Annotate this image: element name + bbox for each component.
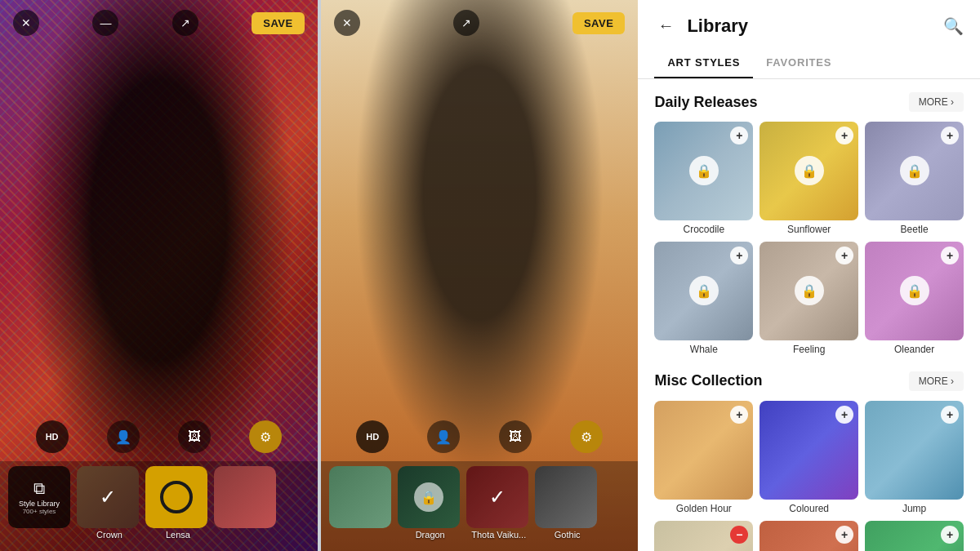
lock-icon: 🔒 bbox=[795, 276, 824, 305]
coloured-label: Coloured bbox=[760, 503, 858, 514]
left-close-button[interactable]: ✕ bbox=[13, 10, 39, 36]
right-person-button[interactable]: 👤 bbox=[427, 420, 460, 453]
jump-label: Jump bbox=[865, 503, 964, 514]
left-photo-button[interactable]: 🖼 bbox=[178, 420, 211, 453]
left-top-bar: ✕ — ↗ SAVE bbox=[0, 0, 318, 46]
sunflower-plus-button[interactable]: + bbox=[835, 127, 853, 144]
daily-releases-grid: 🔒 + Crocodile 🔒 + Sunflower bbox=[654, 122, 964, 355]
lock-icon: 🔒 bbox=[900, 156, 929, 185]
list-item[interactable]: − Broadway bbox=[654, 521, 753, 551]
list-item[interactable]: + Green Story bbox=[865, 521, 964, 551]
right-top-bar: ✕ ↗ SAVE bbox=[321, 0, 639, 46]
beetle-plus-button[interactable]: + bbox=[941, 127, 959, 144]
right-share-button[interactable]: ↗ bbox=[453, 10, 479, 36]
lock-icon: 🔒 bbox=[900, 276, 929, 305]
sparks-plus-button[interactable]: + bbox=[835, 526, 853, 544]
list-item[interactable]: 🔒 + Feeling bbox=[760, 242, 858, 355]
left-phone-panel: ✕ — ↗ SAVE HD 👤 🖼 ⚙ ⧉ Style Library 700+… bbox=[0, 0, 318, 551]
style-library-item[interactable]: ⧉ Style Library 700+ styles bbox=[8, 466, 74, 540]
gothic-label: Gothic bbox=[535, 530, 600, 540]
feeling-plus-button[interactable]: + bbox=[835, 247, 853, 264]
a-style-item[interactable] bbox=[329, 466, 394, 540]
coloured-plus-button[interactable]: + bbox=[835, 406, 853, 424]
crocodile-label: Crocodile bbox=[654, 224, 753, 235]
back-button[interactable]: ← bbox=[654, 13, 677, 38]
left-person-button[interactable]: 👤 bbox=[107, 420, 140, 453]
list-item[interactable]: 🔒 + Sunflower bbox=[760, 122, 858, 235]
dragon-style-item[interactable]: 🔒 Dragon bbox=[398, 466, 463, 540]
left-control-row: HD 👤 🖼 ⚙ bbox=[0, 412, 318, 461]
beetle-label: Beetle bbox=[865, 224, 964, 235]
left-hd-button[interactable]: HD bbox=[36, 420, 69, 453]
library-content: Daily Releases MORE › 🔒 + Crocodile 🔒 bbox=[638, 79, 980, 551]
tab-favorites[interactable]: FAVORITES bbox=[753, 48, 844, 78]
oleander-label: Oleander bbox=[865, 344, 964, 355]
tab-art-styles[interactable]: ART STYLES bbox=[654, 48, 753, 78]
crown-style-item[interactable]: ✓ Crown bbox=[77, 466, 142, 540]
right-save-button[interactable]: SAVE bbox=[572, 12, 625, 34]
right-close-button[interactable]: ✕ bbox=[334, 10, 360, 36]
misc-collection-title: Misc Collection bbox=[654, 372, 762, 389]
right-bottom-controls: HD 👤 🖼 ⚙ 🔒 Dragon ✓ Thota Vaiku. bbox=[321, 412, 639, 551]
right-hd-button[interactable]: HD bbox=[356, 420, 389, 453]
daily-releases-more-button[interactable]: MORE › bbox=[909, 92, 964, 112]
daily-releases-header: Daily Releases MORE › bbox=[654, 92, 964, 112]
thota-label: Thota Vaiku... bbox=[466, 530, 532, 540]
list-item[interactable]: + Golden Hour bbox=[654, 401, 753, 514]
daily-releases-title: Daily Releases bbox=[654, 94, 757, 111]
search-button[interactable]: 🔍 bbox=[943, 16, 964, 36]
tabs-row: ART STYLES FAVORITES bbox=[638, 48, 980, 79]
right-photo-button[interactable]: 🖼 bbox=[499, 420, 532, 453]
left-minus-button[interactable]: — bbox=[92, 10, 118, 36]
gothic-style-item[interactable]: Gothic bbox=[535, 466, 600, 540]
list-item[interactable]: 🔒 + Oleander bbox=[865, 242, 964, 355]
misc-collection-header: Misc Collection MORE › bbox=[654, 371, 964, 391]
golden-hour-thumb: + bbox=[654, 401, 753, 500]
feeling-thumb: 🔒 + bbox=[760, 242, 858, 340]
left-bottom-controls: HD 👤 🖼 ⚙ ⧉ Style Library 700+ styles ✓ C… bbox=[0, 412, 318, 551]
lock-icon: 🔒 bbox=[795, 156, 824, 185]
dragon-label: Dragon bbox=[398, 530, 463, 540]
golden-hour-plus-button[interactable]: + bbox=[730, 406, 748, 424]
misc-collection-more-button[interactable]: MORE › bbox=[909, 371, 964, 391]
list-item[interactable]: 🔒 + Beetle bbox=[865, 122, 964, 235]
whale-thumb: 🔒 + bbox=[654, 242, 753, 340]
green-story-thumb: + bbox=[865, 521, 964, 551]
list-item[interactable]: + Coloured bbox=[760, 401, 858, 514]
left-style-strip: ⧉ Style Library 700+ styles ✓ Crown Lens… bbox=[0, 461, 318, 551]
list-item[interactable]: 🔒 + Crocodile bbox=[654, 122, 753, 235]
right-filter-button[interactable]: ⚙ bbox=[570, 420, 603, 453]
feeling-label: Feeling bbox=[760, 344, 858, 355]
jump-thumb: + bbox=[865, 401, 964, 500]
list-item[interactable]: + Jump bbox=[865, 401, 964, 514]
lensa-label: Lensa bbox=[145, 530, 211, 540]
d-style-item[interactable] bbox=[214, 466, 279, 540]
green-story-plus-button[interactable]: + bbox=[941, 526, 959, 544]
beetle-thumb: 🔒 + bbox=[865, 122, 964, 220]
sunflower-thumb: 🔒 + bbox=[760, 122, 858, 220]
crocodile-thumb: 🔒 + bbox=[654, 122, 753, 220]
left-filter-button[interactable]: ⚙ bbox=[249, 420, 282, 453]
broadway-thumb: − bbox=[654, 521, 753, 551]
coloured-thumb: + bbox=[760, 401, 858, 500]
whale-plus-button[interactable]: + bbox=[730, 247, 748, 264]
lensa-style-item[interactable]: Lensa bbox=[145, 466, 211, 540]
oleander-plus-button[interactable]: + bbox=[941, 247, 959, 264]
library-title: Library bbox=[687, 16, 933, 37]
broadway-minus-button[interactable]: − bbox=[730, 526, 748, 544]
list-item[interactable]: 🔒 + Whale bbox=[654, 242, 753, 355]
thota-style-item[interactable]: ✓ Thota Vaiku... bbox=[466, 466, 532, 540]
golden-hour-label: Golden Hour bbox=[654, 503, 753, 514]
lock-icon: 🔒 bbox=[689, 276, 719, 305]
misc-collection-grid: + Golden Hour + Coloured + Jump bbox=[654, 401, 964, 551]
oleander-thumb: 🔒 + bbox=[865, 242, 964, 340]
left-share-button[interactable]: ↗ bbox=[172, 10, 198, 36]
right-phone-panel: ✕ ↗ SAVE HD 👤 🖼 ⚙ 🔒 Dragon bbox=[321, 0, 639, 551]
library-panel: ← Library 🔍 ART STYLES FAVORITES Daily R… bbox=[638, 0, 980, 551]
library-header: ← Library 🔍 bbox=[638, 0, 980, 45]
left-save-button[interactable]: SAVE bbox=[252, 12, 304, 34]
sunflower-label: Sunflower bbox=[760, 224, 858, 235]
list-item[interactable]: + Sparks bbox=[760, 521, 858, 551]
jump-plus-button[interactable]: + bbox=[941, 406, 959, 424]
sparks-thumb: + bbox=[760, 521, 858, 551]
